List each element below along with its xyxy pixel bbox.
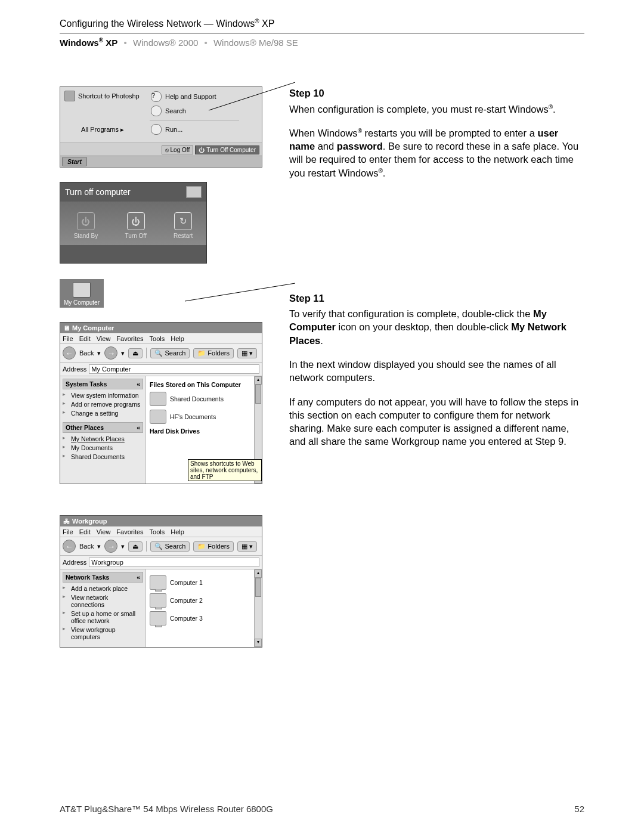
task-addremove[interactable]: Add or remove programs <box>63 400 143 408</box>
address-input[interactable] <box>89 558 259 567</box>
turnoff-button[interactable]: ⏻Turn Off Computer <box>195 145 259 154</box>
link-shared[interactable]: Shared Documents <box>63 453 143 461</box>
add-place[interactable]: Add a network place <box>63 584 143 593</box>
menu-view[interactable]: View <box>97 335 111 342</box>
forward-button[interactable]: → <box>104 346 117 360</box>
back-label[interactable]: Back <box>79 543 94 550</box>
mc-menubar: File Edit View Favorites Tools Help <box>60 333 262 344</box>
tooltip: Shows shortcuts to Web sites, network co… <box>188 459 262 481</box>
views-button[interactable]: ▦▾ <box>237 348 257 358</box>
help-icon: ? <box>151 91 162 102</box>
menu-file[interactable]: File <box>63 528 73 535</box>
menu-view[interactable]: View <box>97 528 111 535</box>
page-title: Configuring the Wireless Network — Windo… <box>60 18 584 29</box>
task-change[interactable]: Change a setting <box>63 409 143 417</box>
menu-help[interactable]: Help <box>171 528 184 535</box>
network-tasks-header[interactable]: Network Tasks« <box>63 572 143 583</box>
folders-icon: 📁 <box>197 543 206 550</box>
menu-favorites[interactable]: Favorites <box>116 528 143 535</box>
folders-button[interactable]: 📁Folders <box>193 541 234 552</box>
back-button[interactable]: ← <box>63 346 76 360</box>
search-icon: 🔍 <box>154 349 163 357</box>
tab-2000[interactable]: Windows® 2000 <box>133 38 198 48</box>
help-support[interactable]: ?Help and Support <box>150 89 239 104</box>
screenshot-workgroup: 🖧Workgroup File Edit View Favorites Tool… <box>60 515 262 648</box>
menu-edit[interactable]: Edit <box>79 528 91 535</box>
step11-p1: To verify that configuration is complete… <box>289 307 584 347</box>
tab-me98[interactable]: Windows® Me/98 SE <box>213 38 298 48</box>
turnoff-option[interactable]: ⏻Turn Off <box>125 212 147 239</box>
menu-tools[interactable]: Tools <box>150 528 165 535</box>
logoff-icon: ⎋ <box>165 147 169 153</box>
restart-icon: ↻ <box>179 216 187 227</box>
search-item[interactable]: Search <box>150 104 239 118</box>
step11-heading: Step 11 <box>289 292 584 305</box>
footer-left: AT&T Plug&Share™ 54 Mbps Wireless Router… <box>60 804 273 814</box>
computer-icon <box>150 593 166 608</box>
address-label: Address <box>63 366 86 373</box>
computer-1[interactable]: Computer 1 <box>150 575 258 590</box>
files-stored-header: Files Stored on This Computer <box>150 381 258 388</box>
menu-favorites[interactable]: Favorites <box>116 335 143 342</box>
folder-icon <box>150 392 166 406</box>
up-button[interactable]: ⏏ <box>128 348 143 358</box>
hf-docs-folder[interactable]: HF's Documents <box>150 410 258 424</box>
link-network-places[interactable]: My Network Places <box>63 435 143 443</box>
menu-help[interactable]: Help <box>171 335 184 342</box>
all-programs[interactable]: All Programs ▸ <box>81 126 124 134</box>
computer-icon <box>150 575 166 590</box>
search-button[interactable]: 🔍Search <box>150 541 190 552</box>
logoff-button[interactable]: ⎋Log Off <box>162 145 194 154</box>
scrollbar[interactable]: ▴▾ <box>254 569 262 647</box>
turnoff-title: Turn off computer <box>65 187 131 197</box>
step10-heading: Step 10 <box>289 86 584 100</box>
photoshop-icon <box>64 91 75 101</box>
shared-docs-folder[interactable]: Shared Documents <box>150 392 258 406</box>
step11-p2: In the next window displayed you should … <box>289 358 584 385</box>
views-button[interactable]: ▦▾ <box>237 541 257 552</box>
search-icon <box>151 106 162 116</box>
computer-icon <box>150 611 166 625</box>
setup-network[interactable]: Set up a home or small office network <box>63 609 143 625</box>
standby-option[interactable]: ⏻Stand By <box>74 212 98 239</box>
turnoff-icon: ⏻ <box>131 216 140 227</box>
page-number: 52 <box>574 804 584 814</box>
address-input[interactable] <box>89 364 259 374</box>
folders-icon: 📁 <box>197 349 206 357</box>
forward-button[interactable]: → <box>104 540 117 553</box>
view-workgroup[interactable]: View workgroup computers <box>63 625 143 641</box>
back-button[interactable]: ← <box>63 540 76 553</box>
menu-edit[interactable]: Edit <box>79 335 91 342</box>
standby-icon: ⏻ <box>81 216 90 227</box>
step11-p3: If any computers do not appear, you will… <box>289 395 584 448</box>
mc-title: My Computer <box>72 324 114 332</box>
run-icon <box>151 124 162 135</box>
shortcut-label[interactable]: Shortcut to Photoshp <box>78 92 140 100</box>
search-button[interactable]: 🔍Search <box>150 348 190 358</box>
menu-tools[interactable]: Tools <box>150 335 165 342</box>
window-icon: 🖥 <box>63 324 70 332</box>
header-rule <box>60 33 584 33</box>
screenshot-my-computer: 🖥My Computer File Edit View Favorites To… <box>60 322 262 484</box>
os-tabs: Windows® XP • Windows® 2000 • Windows® M… <box>60 37 584 48</box>
task-sysinfo[interactable]: View system information <box>63 391 143 400</box>
tab-xp[interactable]: Windows® XP <box>60 38 117 48</box>
start-button[interactable]: Start <box>62 157 87 166</box>
screenshot-turnoff-dialog: Turn off computer ⏻Stand By ⏻Turn Off ↻R… <box>60 182 207 264</box>
view-connections[interactable]: View network connections <box>63 593 143 609</box>
back-label[interactable]: Back <box>79 349 94 357</box>
other-places-header[interactable]: Other Places« <box>63 422 143 433</box>
run-item[interactable]: Run... <box>150 122 239 137</box>
up-button[interactable]: ⏏ <box>128 541 143 552</box>
my-computer-desktop-icon[interactable]: My Computer <box>60 279 104 308</box>
link-mydocs[interactable]: My Documents <box>63 444 143 452</box>
address-label: Address <box>63 559 86 566</box>
folders-button[interactable]: 📁Folders <box>193 348 234 358</box>
system-tasks-header[interactable]: System Tasks« <box>63 379 143 389</box>
computer-3[interactable]: Computer 3 <box>150 611 258 625</box>
menu-file[interactable]: File <box>63 335 73 342</box>
restart-option[interactable]: ↻Restart <box>174 212 193 239</box>
screenshot-start-menu: Shortcut to Photoshp All Programs ▸ ?Hel… <box>60 86 262 168</box>
window-icon: 🖧 <box>63 518 70 525</box>
computer-2[interactable]: Computer 2 <box>150 593 258 608</box>
